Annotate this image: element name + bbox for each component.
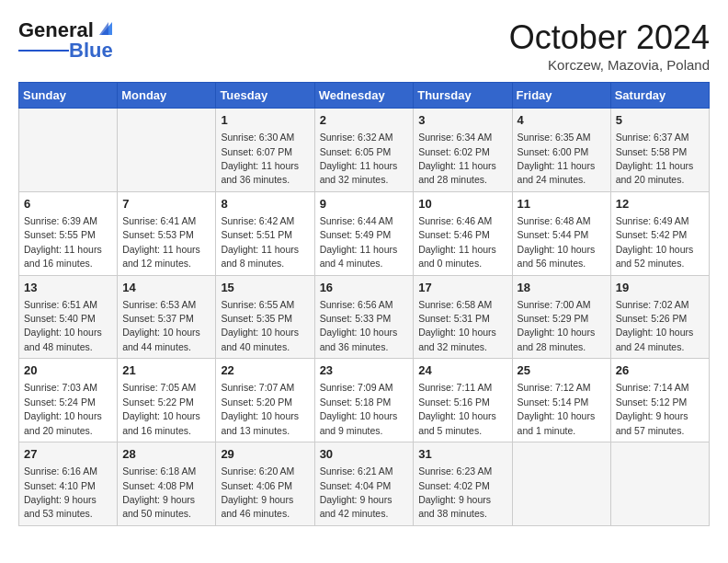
day-number: 5 <box>616 112 704 129</box>
day-info: Sunrise: 6:35 AMSunset: 6:00 PMDaylight:… <box>518 132 596 185</box>
day-info: Sunrise: 6:37 AMSunset: 5:58 PMDaylight:… <box>616 132 694 185</box>
calendar-cell <box>512 442 610 526</box>
day-number: 30 <box>320 446 409 463</box>
calendar-cell: 1Sunrise: 6:30 AMSunset: 6:07 PMDaylight… <box>216 109 314 192</box>
day-header-saturday: Saturday <box>610 83 709 109</box>
day-number: 6 <box>24 196 112 213</box>
calendar-week: 1Sunrise: 6:30 AMSunset: 6:07 PMDaylight… <box>19 109 710 192</box>
month-title: October 2024 <box>509 18 710 57</box>
day-info: Sunrise: 6:23 AMSunset: 4:02 PMDaylight:… <box>418 465 492 519</box>
calendar-cell: 14Sunrise: 6:53 AMSunset: 5:37 PMDayligh… <box>118 275 216 359</box>
calendar-week: 6Sunrise: 6:39 AMSunset: 5:55 PMDaylight… <box>19 191 710 275</box>
day-info: Sunrise: 6:44 AMSunset: 5:49 PMDaylight:… <box>320 215 398 269</box>
calendar-cell: 9Sunrise: 6:44 AMSunset: 5:49 PMDaylight… <box>314 191 414 275</box>
calendar-cell: 8Sunrise: 6:42 AMSunset: 5:51 PMDaylight… <box>216 191 314 275</box>
calendar-cell: 22Sunrise: 7:07 AMSunset: 5:20 PMDayligh… <box>216 359 314 442</box>
day-info: Sunrise: 6:21 AMSunset: 4:04 PMDaylight:… <box>320 465 393 519</box>
day-info: Sunrise: 7:02 AMSunset: 5:26 PMDaylight:… <box>616 299 694 352</box>
day-info: Sunrise: 7:09 AMSunset: 5:18 PMDaylight:… <box>320 382 398 435</box>
calendar-cell: 4Sunrise: 6:35 AMSunset: 6:00 PMDaylight… <box>512 109 610 192</box>
calendar-cell: 31Sunrise: 6:23 AMSunset: 4:02 PMDayligh… <box>414 442 512 526</box>
calendar-header: SundayMondayTuesdayWednesdayThursdayFrid… <box>19 83 710 109</box>
day-info: Sunrise: 7:03 AMSunset: 5:24 PMDaylight:… <box>24 382 102 435</box>
calendar-cell: 27Sunrise: 6:16 AMSunset: 4:10 PMDayligh… <box>19 442 118 526</box>
day-number: 27 <box>24 446 112 463</box>
day-info: Sunrise: 7:14 AMSunset: 5:12 PMDaylight:… <box>616 382 689 435</box>
calendar-cell: 21Sunrise: 7:05 AMSunset: 5:22 PMDayligh… <box>118 359 216 442</box>
day-info: Sunrise: 6:55 AMSunset: 5:35 PMDaylight:… <box>221 299 299 352</box>
day-info: Sunrise: 6:16 AMSunset: 4:10 PMDaylight:… <box>24 465 97 519</box>
calendar-cell: 7Sunrise: 6:41 AMSunset: 5:53 PMDaylight… <box>118 191 216 275</box>
day-number: 10 <box>418 196 506 213</box>
day-number: 21 <box>122 362 210 379</box>
day-header-wednesday: Wednesday <box>314 83 414 109</box>
day-info: Sunrise: 6:41 AMSunset: 5:53 PMDaylight:… <box>122 215 200 269</box>
page-header: General Blue October 2024 Korczew, Mazov… <box>18 18 710 73</box>
day-number: 29 <box>221 446 309 463</box>
calendar-cell: 19Sunrise: 7:02 AMSunset: 5:26 PMDayligh… <box>610 275 709 359</box>
day-number: 3 <box>418 112 506 129</box>
calendar-table: SundayMondayTuesdayWednesdayThursdayFrid… <box>18 82 710 526</box>
calendar-cell: 3Sunrise: 6:34 AMSunset: 6:02 PMDaylight… <box>414 109 512 192</box>
day-header-thursday: Thursday <box>414 83 512 109</box>
day-number: 31 <box>418 446 506 463</box>
day-header-sunday: Sunday <box>19 83 118 109</box>
logo: General Blue <box>18 18 116 63</box>
day-number: 23 <box>320 362 409 379</box>
day-number: 26 <box>616 362 704 379</box>
title-block: October 2024 Korczew, Mazovia, Poland <box>509 18 710 73</box>
calendar-cell: 5Sunrise: 6:37 AMSunset: 5:58 PMDaylight… <box>610 109 709 192</box>
day-info: Sunrise: 6:30 AMSunset: 6:07 PMDaylight:… <box>221 132 299 185</box>
day-number: 22 <box>221 362 309 379</box>
calendar-week: 27Sunrise: 6:16 AMSunset: 4:10 PMDayligh… <box>19 442 710 526</box>
day-number: 25 <box>518 362 606 379</box>
calendar-cell <box>610 442 709 526</box>
day-info: Sunrise: 7:11 AMSunset: 5:16 PMDaylight:… <box>418 382 496 435</box>
calendar-cell: 28Sunrise: 6:18 AMSunset: 4:08 PMDayligh… <box>118 442 216 526</box>
day-number: 7 <box>122 196 210 213</box>
logo-underline <box>18 50 69 52</box>
day-number: 2 <box>320 112 409 129</box>
calendar-cell: 23Sunrise: 7:09 AMSunset: 5:18 PMDayligh… <box>314 359 414 442</box>
day-number: 24 <box>418 362 506 379</box>
day-info: Sunrise: 7:07 AMSunset: 5:20 PMDaylight:… <box>221 382 299 435</box>
calendar-cell: 16Sunrise: 6:56 AMSunset: 5:33 PMDayligh… <box>314 275 414 359</box>
calendar-cell: 12Sunrise: 6:49 AMSunset: 5:42 PMDayligh… <box>610 191 709 275</box>
calendar-cell: 24Sunrise: 7:11 AMSunset: 5:16 PMDayligh… <box>414 359 512 442</box>
day-number: 8 <box>221 196 309 213</box>
calendar-cell: 26Sunrise: 7:14 AMSunset: 5:12 PMDayligh… <box>610 359 709 442</box>
day-info: Sunrise: 6:51 AMSunset: 5:40 PMDaylight:… <box>24 299 102 352</box>
day-info: Sunrise: 6:20 AMSunset: 4:06 PMDaylight:… <box>221 465 294 519</box>
day-info: Sunrise: 6:46 AMSunset: 5:46 PMDaylight:… <box>418 215 496 269</box>
day-info: Sunrise: 6:32 AMSunset: 6:05 PMDaylight:… <box>320 132 398 185</box>
location: Korczew, Mazovia, Poland <box>509 57 710 73</box>
day-number: 4 <box>518 112 606 129</box>
day-info: Sunrise: 6:58 AMSunset: 5:31 PMDaylight:… <box>418 299 496 352</box>
day-number: 12 <box>616 196 704 213</box>
day-info: Sunrise: 6:39 AMSunset: 5:55 PMDaylight:… <box>24 215 102 269</box>
day-number: 9 <box>320 196 409 213</box>
calendar-cell: 18Sunrise: 7:00 AMSunset: 5:29 PMDayligh… <box>512 275 610 359</box>
day-info: Sunrise: 7:05 AMSunset: 5:22 PMDaylight:… <box>122 382 200 435</box>
calendar-cell <box>118 109 216 192</box>
day-info: Sunrise: 6:18 AMSunset: 4:08 PMDaylight:… <box>122 465 196 519</box>
day-number: 13 <box>24 280 112 296</box>
day-header-monday: Monday <box>118 83 216 109</box>
calendar-cell: 30Sunrise: 6:21 AMSunset: 4:04 PMDayligh… <box>314 442 414 526</box>
svg-marker-1 <box>99 22 108 35</box>
day-number: 17 <box>418 280 506 296</box>
logo-icon <box>96 18 116 39</box>
calendar-cell: 25Sunrise: 7:12 AMSunset: 5:14 PMDayligh… <box>512 359 610 442</box>
day-info: Sunrise: 6:48 AMSunset: 5:44 PMDaylight:… <box>518 215 596 269</box>
day-number: 11 <box>518 196 606 213</box>
day-number: 20 <box>24 362 112 379</box>
calendar-week: 20Sunrise: 7:03 AMSunset: 5:24 PMDayligh… <box>19 359 710 442</box>
calendar-cell: 17Sunrise: 6:58 AMSunset: 5:31 PMDayligh… <box>414 275 512 359</box>
day-info: Sunrise: 7:00 AMSunset: 5:29 PMDaylight:… <box>518 299 596 352</box>
day-number: 14 <box>122 280 210 296</box>
calendar-week: 13Sunrise: 6:51 AMSunset: 5:40 PMDayligh… <box>19 275 710 359</box>
calendar-cell <box>19 109 118 192</box>
day-number: 18 <box>518 280 606 296</box>
day-info: Sunrise: 7:12 AMSunset: 5:14 PMDaylight:… <box>518 382 596 435</box>
calendar-cell: 11Sunrise: 6:48 AMSunset: 5:44 PMDayligh… <box>512 191 610 275</box>
